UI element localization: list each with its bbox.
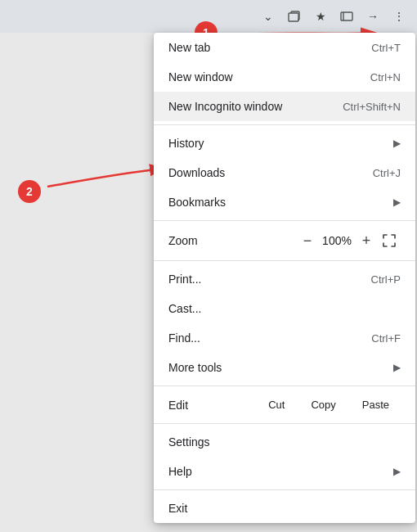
- menu-item-find[interactable]: Find... Ctrl+F: [154, 323, 415, 353]
- zoom-fullscreen-button[interactable]: [378, 229, 401, 252]
- chevron-down-button[interactable]: ⌄: [257, 5, 280, 28]
- star-icon[interactable]: ★: [309, 5, 332, 28]
- zoom-minus-button[interactable]: −: [296, 229, 319, 252]
- arrow-2: [39, 154, 170, 195]
- browser-controls: ⌄ ★ → ⋮: [257, 5, 410, 28]
- dropdown-menu: New tab Ctrl+T New window Ctrl+N New Inc…: [154, 33, 415, 523]
- edit-paste-button[interactable]: Paste: [351, 394, 401, 415]
- tab-icon[interactable]: [283, 5, 306, 28]
- svg-rect-0: [289, 13, 298, 21]
- menu-item-downloads[interactable]: Downloads Ctrl+J: [154, 158, 415, 187]
- svg-rect-1: [341, 12, 352, 20]
- menu-item-help[interactable]: Help ▶: [154, 457, 415, 486]
- menu-item-print[interactable]: Print... Ctrl+P: [154, 264, 415, 294]
- screenshot-icon[interactable]: [335, 5, 358, 28]
- menu-item-cast[interactable]: Cast...: [154, 294, 415, 323]
- menu-item-more-tools[interactable]: More tools ▶: [154, 353, 415, 382]
- menu-item-exit[interactable]: Exit: [154, 494, 415, 523]
- edit-row: Edit Cut Copy Paste: [154, 390, 415, 420]
- separator-2: [154, 220, 415, 221]
- edit-cut-button[interactable]: Cut: [257, 394, 296, 415]
- annotation-circle-2: 2: [18, 180, 41, 203]
- forward-arrow-icon[interactable]: →: [361, 5, 384, 28]
- separator-3: [154, 260, 415, 261]
- separator-1: [154, 124, 415, 125]
- zoom-plus-button[interactable]: +: [355, 229, 378, 252]
- edit-copy-button[interactable]: Copy: [299, 394, 347, 415]
- separator-4: [154, 385, 415, 386]
- menu-item-bookmarks[interactable]: Bookmarks ▶: [154, 187, 415, 217]
- menu-item-new-tab[interactable]: New tab Ctrl+T: [154, 33, 415, 62]
- menu-item-new-incognito[interactable]: New Incognito window Ctrl+Shift+N: [154, 92, 415, 121]
- menu-item-settings[interactable]: Settings: [154, 427, 415, 457]
- separator-5: [154, 423, 415, 424]
- more-icon[interactable]: ⋮: [388, 5, 410, 28]
- zoom-row: Zoom − 100% +: [154, 224, 415, 257]
- separator-6: [154, 489, 415, 490]
- menu-item-history[interactable]: History ▶: [154, 128, 415, 158]
- menu-item-new-window[interactable]: New window Ctrl+N: [154, 62, 415, 92]
